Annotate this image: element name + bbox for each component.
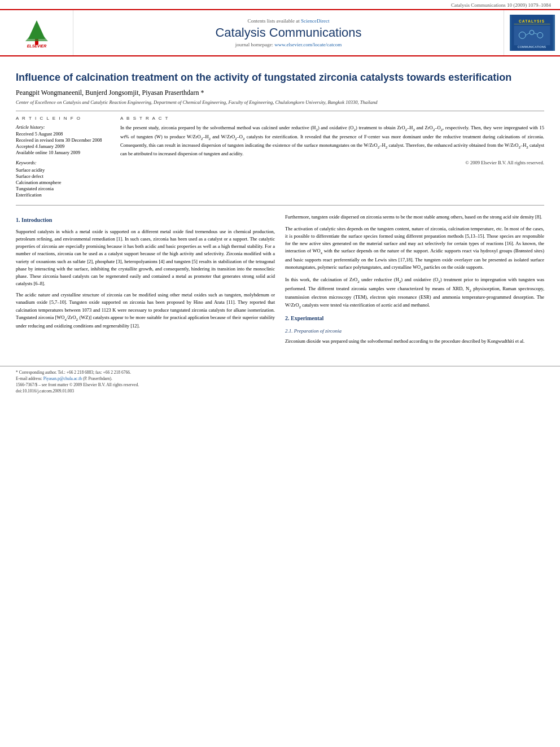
body-col-right: Furthermore, tungsten oxide dispersed on… [285, 213, 544, 348]
journal-bar: Catalysis Communications 10 (2009) 1079–… [0, 0, 560, 9]
page-footer: * Corresponding author. Tel.: +66 2 218 … [0, 366, 560, 394]
section2-1-title: 2.1. Preparation of zirconia [285, 327, 544, 335]
contents-available-line: Contents lists available at ScienceDirec… [248, 18, 330, 24]
article-info-col: A R T I C L E I N F O Article history: R… [16, 116, 109, 198]
divider-2 [16, 205, 544, 206]
copyright-line: © 2009 Elsevier B.V. All rights reserved… [120, 160, 544, 165]
info-abstract-section: A R T I C L E I N F O Article history: R… [16, 116, 544, 198]
catalysis-journal-logo: CATALYSIS COMMUNICATIONS [511, 15, 553, 51]
sciencedirect-link[interactable]: ScienceDirect [301, 18, 329, 24]
svg-text:CATALYSIS: CATALYSIS [519, 19, 545, 23]
body-col-left: 1. Introduction Supported catalysts in w… [16, 213, 275, 348]
homepage-line: journal homepage: www.elsevier.com/locat… [235, 42, 342, 47]
intro-para-1: Supported catalysts in which a metal oxi… [16, 228, 275, 287]
revised-date: Received in revised form 30 December 200… [16, 137, 109, 143]
article-content: Influence of calcination treatment on th… [0, 56, 560, 357]
affiliation-line: Center of Excellence on Catalysis and Ca… [16, 99, 544, 105]
received-date: Received 5 August 2008 [16, 131, 109, 137]
intro-para-2: The acidic nature and crystalline struct… [16, 291, 275, 330]
article-history: Article history: Received 5 August 2008 … [16, 124, 109, 155]
homepage-link[interactable]: www.elsevier.com/locate/catcom [274, 42, 342, 47]
article-info-heading: A R T I C L E I N F O [16, 116, 109, 121]
right-para-1: Furthermore, tungsten oxide dispersed on… [285, 213, 544, 221]
available-date: Available online 10 January 2009 [16, 150, 109, 155]
right-para-2: The activation of catalytic sites depend… [285, 225, 544, 273]
history-label: Article history: [16, 124, 109, 130]
keyword-4: Tungstated zirconia [16, 186, 109, 191]
keywords-section: Keywords: Surface acidity Surface defect… [16, 160, 109, 198]
section1-title: 1. Introduction [16, 216, 275, 225]
elsevier-logo-area: ELSEVIER [0, 10, 73, 55]
section2-title: 2. Experimental [285, 314, 544, 323]
svg-rect-7 [514, 26, 550, 45]
right-para-3: In this work, the calcination of ZrO2 un… [285, 276, 544, 310]
abstract-col: A B S T R A C T In the present study, zi… [120, 116, 544, 198]
journal-citation: Catalysis Communications 10 (2009) 1079–… [451, 2, 551, 8]
svg-text:ELSEVIER: ELSEVIER [27, 44, 46, 48]
email-link[interactable]: Piyasan.p@chula.ac.th [43, 376, 82, 381]
article-title: Influence of calcination treatment on th… [16, 71, 544, 84]
keywords-label: Keywords: [16, 160, 109, 165]
keyword-3: Calcination atmosphere [16, 180, 109, 185]
keyword-1: Surface acidity [16, 167, 109, 173]
footnote-email: E-mail address: Piyasan.p@chula.ac.th (P… [16, 376, 544, 381]
body-section: 1. Introduction Supported catalysts in w… [16, 213, 544, 348]
svg-marker-2 [25, 28, 48, 41]
keyword-2: Surface defect [16, 173, 109, 179]
abstract-text: In the present study, zirconia prepared … [120, 124, 544, 157]
authors-line: Peangpit Wongmaneenil, Bunjerd Jongsomji… [16, 89, 544, 97]
doi-line: doi:10.1016/j.catcom.2009.01.003 [16, 388, 544, 394]
journal-header: ELSEVIER Contents lists available at Sci… [0, 9, 560, 56]
catalysis-logo-box: CATALYSIS COMMUNICATIONS [510, 15, 555, 51]
journal-center-info: Contents lists available at ScienceDirec… [73, 10, 504, 55]
svg-text:COMMUNICATIONS: COMMUNICATIONS [518, 45, 546, 49]
abstract-heading: A B S T R A C T [120, 116, 544, 121]
divider-1 [16, 111, 544, 111]
catalysis-logo-area: CATALYSIS COMMUNICATIONS [504, 10, 560, 55]
elsevier-logo-svg: ELSEVIER [20, 18, 54, 49]
footnote-corresponding: * Corresponding author. Tel.: +66 2 218 … [16, 370, 544, 375]
section2-para-1: Zirconium dioxide was prepared using the… [285, 338, 544, 345]
keyword-5: Esterification [16, 192, 109, 198]
accepted-date: Accepted 4 January 2009 [16, 143, 109, 149]
journal-title: Catalysis Communications [215, 25, 361, 40]
issn-line: 1566-7367/$ – see front matter © 2009 El… [16, 382, 544, 387]
